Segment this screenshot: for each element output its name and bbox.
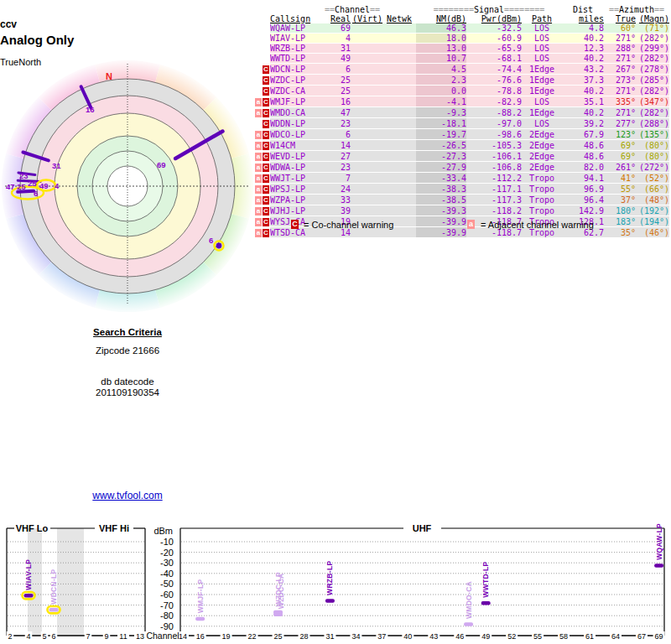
nm-db-cell: -27.9: [416, 162, 466, 173]
nm-db-cell: 4.5: [416, 64, 466, 75]
nm-db-cell: -18.1: [416, 118, 466, 129]
db-datecode-value: 201109190354: [44, 387, 211, 397]
x-axis-label: Channel: [146, 631, 179, 641]
magnetic-azimuth-cell: (282°): [636, 107, 669, 118]
table-row: aCWJHJ-LP39-39.3-118.2Tropo142.9180°(192…: [255, 205, 669, 216]
x-tick-label: 46: [455, 632, 464, 641]
path-cell: LOS: [522, 96, 562, 107]
power-dbm-cell: -106.8: [466, 162, 522, 173]
signal-table: ==Channel== ========Signal======== Dist …: [255, 5, 669, 238]
x-tick-label: 40: [403, 632, 412, 641]
power-dbm-cell: -88.2: [466, 107, 522, 118]
group-header-dist: Dist: [562, 5, 604, 14]
real-channel-cell: 69: [322, 23, 351, 34]
virtual-channel-cell: [351, 64, 382, 75]
virtual-channel-cell: [351, 151, 382, 162]
callsign-cell: WPSJ-LP: [270, 184, 322, 195]
co-flag-cell: C: [262, 118, 270, 129]
x-tick-label: 6: [51, 632, 55, 641]
x-tick-label: 61: [585, 632, 594, 641]
station-dot: [216, 243, 222, 249]
table-row: aCW14CM14-26.5-105.32Edge48.669°(80°): [255, 140, 669, 151]
adjacent-flag-cell: a: [255, 151, 262, 162]
network-cell: [382, 75, 416, 86]
station-channel-label: 69: [157, 160, 166, 169]
y-tick-label: -40: [160, 569, 174, 579]
true-azimuth-cell: 60°: [604, 23, 636, 34]
bar-callsign-label: WMDO-CA: [465, 581, 473, 619]
col-magn: (Magn): [636, 14, 669, 23]
adjacent-flag-cell: [255, 44, 262, 54]
magnetic-azimuth-cell: (135°): [636, 129, 669, 140]
callsign-cell: WEVD-LP: [270, 151, 322, 162]
table-row: WQAW-LP6946.3-32.5LOS4.860°(71°): [255, 23, 669, 34]
adjacent-flag-cell: [255, 86, 262, 96]
nm-db-cell: -9.3: [416, 107, 466, 118]
power-dbm-cell: -82.9: [466, 96, 522, 107]
nm-db-cell: 10.7: [416, 54, 466, 64]
real-channel-cell: 14: [322, 140, 351, 151]
y-tick-label: -10: [160, 537, 174, 547]
col-path: Path: [522, 14, 562, 23]
distance-cell: 82.0: [562, 162, 604, 173]
path-cell: Tropo: [522, 173, 562, 184]
co-flag-cell: C: [262, 129, 270, 140]
x-tick-label: 37: [377, 632, 386, 641]
real-channel-cell: 6: [322, 129, 351, 140]
network-cell: [382, 205, 416, 216]
virtual-channel-cell: [351, 44, 382, 54]
x-tick-label: 2: [8, 632, 12, 641]
col-callsign: Callsign: [270, 14, 322, 23]
true-azimuth-cell: 277°: [604, 118, 636, 129]
distance-cell: 39.2: [562, 118, 604, 129]
co-flag-cell: [262, 34, 270, 44]
table-row: aCWDWA-LP23-27.9-106.82Edge82.0261°(272°…: [255, 162, 669, 173]
path-cell: Tropo: [522, 205, 562, 216]
zipcode-line: Zipcode 21666: [44, 345, 211, 356]
path-cell: LOS: [522, 23, 562, 34]
table-row: WRZB-LP3113.0-65.9LOS12.3288°(299°): [255, 44, 669, 54]
col-virt: (Virt): [351, 14, 382, 23]
real-channel-cell: 4: [322, 34, 351, 44]
table-group-header-row: ==Channel== ========Signal======== Dist …: [255, 5, 669, 14]
co-flag-cell: C: [262, 75, 270, 86]
real-channel-cell: 7: [322, 173, 351, 184]
virtual-channel-cell: [351, 34, 382, 44]
station-channel-label: 6: [209, 236, 213, 245]
adjacent-flag-cell: a: [255, 107, 262, 118]
callsign-cell: WWTD-LP: [270, 54, 322, 64]
power-dbm-cell: -68.1: [466, 54, 522, 64]
true-azimuth-cell: 271°: [604, 86, 636, 96]
magnetic-azimuth-cell: (80°): [636, 151, 669, 162]
true-azimuth-cell: 55°: [604, 184, 636, 195]
y-tick-label: -70: [160, 600, 174, 610]
tvfool-report-page: ccv Analog Only TrueNorth N1669312325472…: [0, 0, 671, 644]
network-cell: [382, 162, 416, 173]
station-channel-label: 49: [39, 181, 49, 190]
magnetic-azimuth-cell: (288°): [636, 118, 669, 129]
col-netwk: Netwk: [382, 14, 416, 23]
path-cell: Tropo: [522, 184, 562, 195]
path-cell: LOS: [522, 34, 562, 44]
adjacent-channel-legend-text: = Adjacent channel warning: [481, 220, 594, 230]
network-cell: [382, 96, 416, 107]
tvfool-link[interactable]: www.tvfool.com: [92, 490, 162, 501]
nm-db-cell: 13.0: [416, 44, 466, 54]
distance-cell: 43.2: [562, 64, 604, 75]
co-flag-cell: C: [262, 184, 270, 195]
x-tick-label: 22: [248, 632, 257, 641]
path-cell: LOS: [522, 44, 562, 54]
virtual-channel-cell: [351, 129, 382, 140]
co-flag-cell: C: [262, 162, 270, 173]
co-flag-cell: C: [262, 151, 270, 162]
site-link-wrap: www.tvfool.com: [44, 490, 211, 501]
real-channel-cell: 39: [322, 205, 351, 216]
true-azimuth-cell: 335°: [604, 96, 636, 107]
station-channel-label: 25: [17, 182, 26, 191]
magnetic-azimuth-cell: (272°): [636, 162, 669, 173]
group-header-signal: ========Signal========: [416, 5, 562, 14]
path-cell: 1Edge: [522, 86, 562, 96]
distance-cell: 4.8: [562, 23, 604, 34]
distance-cell: 142.9: [562, 205, 604, 216]
nm-db-cell: 0.0: [416, 86, 466, 96]
